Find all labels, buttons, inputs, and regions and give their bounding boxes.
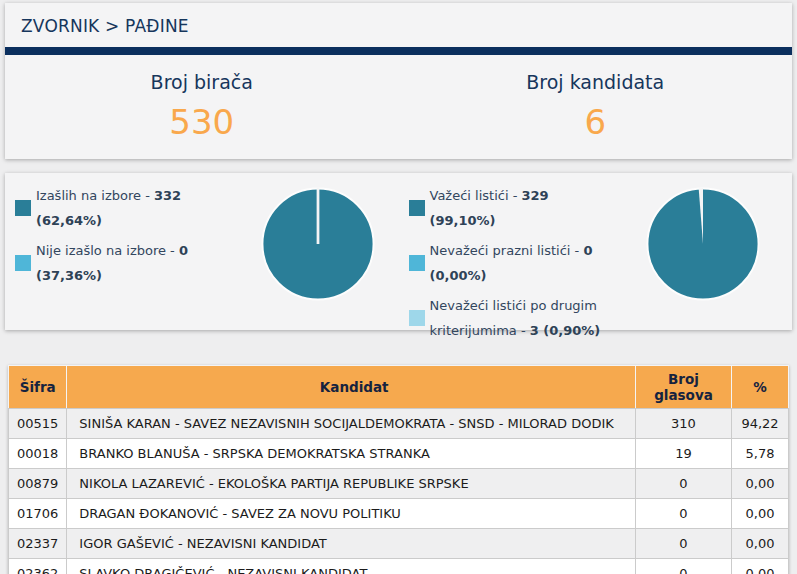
cell-candidate: DRAGAN ĐOKANOVIĆ - SAVEZ ZA NOVU POLITIK… xyxy=(67,499,636,529)
title-bar: ZVORNIK > PAĐINE xyxy=(5,3,792,47)
legend-label: Nije izašlo na izbore - 0(37,36%) xyxy=(36,238,188,288)
cell-code: 02337 xyxy=(9,529,67,559)
cell-votes: 0 xyxy=(636,469,732,499)
table-row: 00879 NIKOLA LAZAREVIĆ - EKOLOŠKA PARTIJ… xyxy=(9,469,789,499)
header-candidate: Kandidat xyxy=(67,366,636,409)
navy-divider xyxy=(5,47,792,55)
turnout-legend: Izašlih na izbore - 332 (62,64%) Nije iz… xyxy=(5,183,237,330)
cell-candidate: SINIŠA KARAN - SAVEZ NEZAVISNIH SOCIJALD… xyxy=(67,409,636,439)
results-table: Šifra Kandidat Broj glasova % 00515 SINI… xyxy=(8,365,789,574)
teal-swatch-icon xyxy=(15,200,31,216)
legend-item: Nevažeći listići po drugimkriterijumima … xyxy=(409,293,615,343)
candidates-label: Broj kandidata xyxy=(399,71,793,93)
cell-code: 02362 xyxy=(9,559,67,574)
teal-swatch-icon xyxy=(409,200,425,216)
breadcrumb[interactable]: ZVORNIK > PAĐINE xyxy=(21,16,189,36)
cell-votes: 0 xyxy=(636,499,732,529)
stat-candidates: Broj kandidata 6 xyxy=(399,67,793,142)
turnout-pie-wrap xyxy=(237,183,399,330)
turnout-pie-chart xyxy=(259,185,377,303)
cell-votes: 0 xyxy=(636,559,732,574)
table-row: 00018 BRANKO BLANUŠA - SRPSKA DEMOKRATSK… xyxy=(9,439,789,469)
table-row: 02362 SLAVKO DRAGIČEVIĆ - NEZAVISNI KAND… xyxy=(9,559,789,574)
legend-label: Izašlih na izbore - 332 (62,64%) xyxy=(36,183,237,233)
cell-percent: 0,00 xyxy=(732,469,789,499)
table-row: 00515 SINIŠA KARAN - SAVEZ NEZAVISNIH SO… xyxy=(9,409,789,439)
cell-candidate: BRANKO BLANUŠA - SRPSKA DEMOKRATSKA STRA… xyxy=(67,439,636,469)
cell-code: 00515 xyxy=(9,409,67,439)
cell-votes: 19 xyxy=(636,439,732,469)
cell-votes: 0 xyxy=(636,529,732,559)
ballots-chart: Važeći listići - 329 (99,10%) Nevažeći p… xyxy=(399,183,793,330)
table-row: 02337 IGOR GAŠEVIĆ - NEZAVISNI KANDIDAT … xyxy=(9,529,789,559)
legend-item: Važeći listići - 329 (99,10%) xyxy=(409,183,615,233)
cell-percent: 0,00 xyxy=(732,499,789,529)
header-percent: % xyxy=(732,366,789,409)
candidates-value: 6 xyxy=(399,102,793,142)
stat-voters: Broj birača 530 xyxy=(5,67,399,142)
cell-code: 01706 xyxy=(9,499,67,529)
cell-votes: 310 xyxy=(636,409,732,439)
table-header-row: Šifra Kandidat Broj glasova % xyxy=(9,366,789,409)
charts-panel: Izašlih na izbore - 332 (62,64%) Nije iz… xyxy=(5,173,792,330)
header-code: Šifra xyxy=(9,366,67,409)
turnout-chart: Izašlih na izbore - 332 (62,64%) Nije iz… xyxy=(5,183,399,330)
cell-percent: 5,78 xyxy=(732,439,789,469)
legend-label: Važeći listići - 329 (99,10%) xyxy=(430,183,615,233)
ballots-pie-wrap xyxy=(615,183,793,330)
legend-label: Nevažeći listići po drugimkriterijumima … xyxy=(430,293,601,343)
legend-label: Nevažeći prazni listići - 0(0,00%) xyxy=(430,238,593,288)
legend-item: Izašlih na izbore - 332 (62,64%) xyxy=(15,183,237,233)
cell-percent: 0,00 xyxy=(732,529,789,559)
legend-item: Nevažeći prazni listići - 0(0,00%) xyxy=(409,238,615,288)
cell-candidate: SLAVKO DRAGIČEVIĆ - NEZAVISNI KANDIDAT xyxy=(67,559,636,574)
cell-candidate: IGOR GAŠEVIĆ - NEZAVISNI KANDIDAT xyxy=(67,529,636,559)
stats-row: Broj birača 530 Broj kandidata 6 xyxy=(5,55,792,159)
legend-item: Nije izašlo na izbore - 0(37,36%) xyxy=(15,238,237,288)
header-stats-panel: ZVORNIK > PAĐINE Broj birača 530 Broj ka… xyxy=(5,3,792,159)
light-blue-swatch-icon xyxy=(409,310,425,326)
blue-swatch-icon xyxy=(15,255,31,271)
cell-percent: 0,00 xyxy=(732,559,789,574)
cell-code: 00018 xyxy=(9,439,67,469)
voters-label: Broj birača xyxy=(5,71,399,93)
ballots-pie-chart xyxy=(644,185,762,303)
ballots-legend: Važeći listići - 329 (99,10%) Nevažeći p… xyxy=(399,183,615,330)
cell-candidate: NIKOLA LAZAREVIĆ - EKOLOŠKA PARTIJA REPU… xyxy=(67,469,636,499)
table-row: 01706 DRAGAN ĐOKANOVIĆ - SAVEZ ZA NOVU P… xyxy=(9,499,789,529)
voters-value: 530 xyxy=(5,102,399,142)
cell-code: 00879 xyxy=(9,469,67,499)
header-votes: Broj glasova xyxy=(636,366,732,409)
cell-percent: 94,22 xyxy=(732,409,789,439)
blue-swatch-icon xyxy=(409,255,425,271)
